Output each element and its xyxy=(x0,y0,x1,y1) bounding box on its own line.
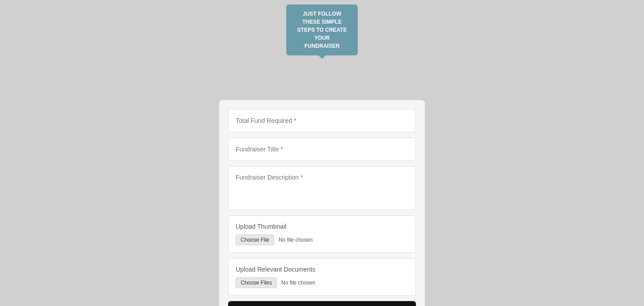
tooltip-line3: FUNDRAISER xyxy=(305,43,340,49)
fundraiser-form: Upload Thumbnail Choose File No file cho… xyxy=(219,100,425,306)
create-button[interactable]: CREATE xyxy=(228,301,416,306)
upload-documents-label: Upload Relevant Documents xyxy=(236,266,408,273)
choose-files-button[interactable]: Choose Files xyxy=(236,277,277,288)
fundraiser-title-field xyxy=(228,138,416,161)
fundraiser-description-input[interactable] xyxy=(236,174,408,201)
thumbnail-no-file-text: No file chosen xyxy=(279,237,313,243)
upload-documents-field: Upload Relevant Documents Choose Files N… xyxy=(228,258,416,296)
total-fund-input[interactable] xyxy=(236,117,408,124)
total-fund-field xyxy=(228,109,416,132)
upload-thumbnail-label: Upload Thumbnail xyxy=(236,223,408,230)
fundraiser-description-field xyxy=(228,166,416,210)
choose-file-button[interactable]: Choose File xyxy=(236,235,274,245)
tooltip-line1: JUST FOLLOW THESE SIMPLE xyxy=(302,11,342,25)
thumbnail-file-row: Choose File No file chosen xyxy=(236,235,408,245)
fundraiser-title-input[interactable] xyxy=(236,146,408,153)
tooltip-banner: JUST FOLLOW THESE SIMPLE STEPS TO CREATE… xyxy=(286,4,358,55)
documents-file-row: Choose Files No file chosen xyxy=(236,277,408,288)
upload-thumbnail-field: Upload Thumbnail Choose File No file cho… xyxy=(228,215,416,253)
tooltip-line2: STEPS TO CREATE YOUR xyxy=(297,27,347,41)
documents-no-file-text: No file chosen xyxy=(281,280,315,286)
